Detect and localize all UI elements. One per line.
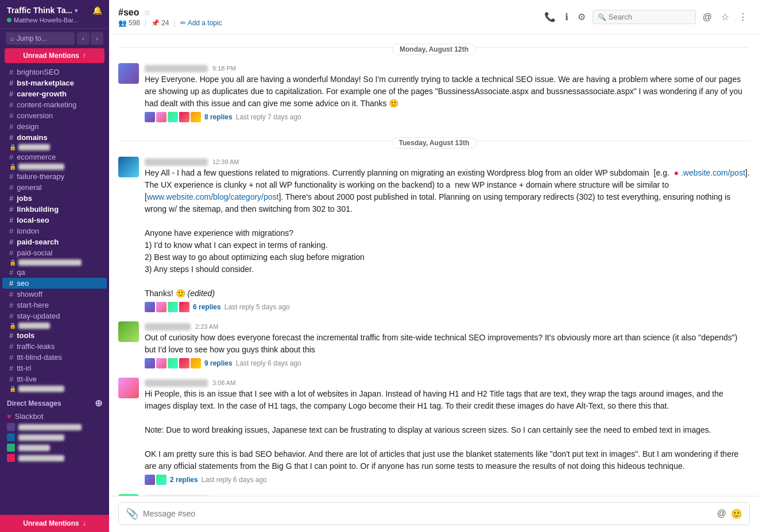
- sidebar-item-locked4[interactable]: 🔒: [2, 321, 107, 330]
- replies-last-1: Last reply 7 days ago: [236, 113, 301, 121]
- dm-item-1[interactable]: [7, 422, 102, 432]
- hash-icon: #: [9, 375, 13, 383]
- hash-icon: #: [9, 68, 13, 76]
- sidebar-channels: # brightonSEO # bst-marketplace # career…: [0, 67, 109, 515]
- replies-count-4[interactable]: 2 replies: [170, 476, 198, 484]
- workspace-chevron-icon: ▾: [75, 7, 78, 14]
- sidebar-item-linkbuilding[interactable]: # linkbuilding: [2, 204, 107, 215]
- star-header-button[interactable]: ☆: [719, 9, 731, 25]
- message-group-2: 12:38 AM Hey All - I had a few questions…: [118, 153, 750, 316]
- replies-count-2[interactable]: 6 replies: [193, 303, 221, 311]
- pin-icon: 📌: [151, 19, 160, 27]
- message-group-4: 3:08 AM Hi People, this is an issue that…: [118, 374, 750, 488]
- sidebar-item-design[interactable]: # design: [2, 121, 107, 132]
- dm-name-2: [18, 434, 64, 441]
- add-dm-button[interactable]: ⊕: [95, 398, 102, 409]
- unread-mentions-bottom-button[interactable]: Unread Mentions ↓: [0, 515, 109, 532]
- workspace-name-row: Traffic Think Ta... ▾ 🔔: [7, 6, 102, 15]
- dm-slackbot[interactable]: ♥ Slackbot: [7, 411, 102, 422]
- nav-back-button[interactable]: ‹: [77, 32, 90, 45]
- sidebar-item-general[interactable]: # general: [2, 182, 107, 193]
- sidebar-item-ttt-blind-dates[interactable]: # ttt-blind-dates: [2, 352, 107, 363]
- at-input-icon[interactable]: @: [717, 508, 726, 519]
- message-time-1: 9:18 PM: [212, 65, 236, 72]
- sidebar-item-local-seo[interactable]: # local-seo: [2, 215, 107, 226]
- sidebar-item-locked2[interactable]: 🔒: [2, 162, 107, 171]
- dm-item-3[interactable]: [7, 442, 102, 453]
- sidebar-item-ecommerce[interactable]: # ecommerce: [2, 152, 107, 162]
- reply-avatar: [156, 302, 166, 312]
- hash-icon: #: [9, 248, 13, 257]
- sidebar-item-failure-therapy[interactable]: # failure-therapy: [2, 171, 107, 182]
- sidebar-item-conversion[interactable]: # conversion: [2, 110, 107, 121]
- add-topic-button[interactable]: ✏ Add a topic: [180, 19, 222, 27]
- sidebar-item-locked5[interactable]: 🔒: [2, 385, 107, 393]
- emoji-input-icon[interactable]: 🙂: [731, 508, 742, 519]
- info-button[interactable]: ℹ: [563, 9, 571, 25]
- unread-mentions-top-button[interactable]: Unread Mentions ↑: [5, 48, 104, 63]
- sidebar-item-content-marketing[interactable]: # content-marketing: [2, 99, 107, 110]
- channel-star-icon[interactable]: ☆: [144, 8, 151, 17]
- dm-avatar-4: [7, 454, 15, 462]
- sidebar-item-start-here[interactable]: # start-here: [2, 300, 107, 310]
- channel-name-row: #seo ☆: [118, 7, 222, 18]
- blurred-channel-name: [18, 259, 82, 266]
- reply-avatar: [179, 302, 189, 312]
- jump-to-button[interactable]: ⌕ Jump to...: [6, 32, 75, 45]
- dm-avatar-1: [7, 423, 15, 431]
- dm-slackbot-label: Slackbot: [15, 412, 44, 421]
- sidebar-item-brightonSEO[interactable]: # brightonSEO: [2, 67, 107, 77]
- sidebar-item-london[interactable]: # london: [2, 226, 107, 236]
- blurred-channel-name: [18, 144, 50, 150]
- meta-separator: |: [145, 19, 146, 27]
- phone-button[interactable]: 📞: [542, 9, 558, 25]
- sidebar-item-jobs[interactable]: # jobs: [2, 193, 107, 204]
- at-button[interactable]: @: [700, 10, 714, 25]
- sidebar-item-stay-updated[interactable]: # stay-updated: [2, 310, 107, 321]
- message-header-2: 12:38 AM: [145, 157, 750, 166]
- dm-name-4: [18, 455, 64, 461]
- sidebar-item-ttt-irl[interactable]: # ttt-irl: [2, 363, 107, 374]
- nav-forward-button[interactable]: ›: [91, 32, 103, 45]
- sidebar-item-paid-search[interactable]: # paid-search: [2, 236, 107, 247]
- sidebar-item-ttt-live[interactable]: # ttt-live: [2, 374, 107, 385]
- avatar-4: [118, 378, 139, 398]
- bell-icon[interactable]: 🔔: [92, 6, 102, 15]
- sidebar-item-tools[interactable]: # tools: [2, 330, 107, 341]
- blurred-channel-name: [18, 386, 64, 392]
- unread-arrow-down-icon: ↓: [83, 519, 86, 527]
- workspace-name[interactable]: Traffic Think Ta... ▾: [7, 6, 78, 15]
- sidebar-item-paid-social[interactable]: # paid-social: [2, 247, 107, 258]
- hash-icon: #: [9, 100, 13, 109]
- sidebar-item-traffic-leaks[interactable]: # traffic-leaks: [2, 341, 107, 352]
- settings-button[interactable]: ⚙: [575, 9, 588, 25]
- replies-count-3[interactable]: 9 replies: [204, 359, 233, 367]
- hash-icon: #: [9, 331, 13, 340]
- hash-icon: #: [9, 216, 13, 224]
- attach-button[interactable]: 📎: [126, 507, 138, 520]
- search-input[interactable]: [609, 13, 691, 21]
- blurred-channel-name: [18, 164, 64, 170]
- sidebar-item-career-growth[interactable]: # career-growth: [2, 88, 107, 99]
- date-divider-tuesday: Tuesday, August 13th: [118, 128, 750, 153]
- meta-separator2: |: [174, 19, 176, 27]
- sidebar-item-showoff[interactable]: # showoff: [2, 289, 107, 300]
- dm-item-2[interactable]: [7, 432, 102, 442]
- message-input[interactable]: [143, 509, 712, 518]
- hash-icon: #: [9, 312, 13, 320]
- message-group-3: 2:23 AM Out of curiosity how does everyo…: [118, 318, 750, 372]
- message-header-3: 2:23 AM: [145, 321, 750, 331]
- message-username-4: [145, 378, 208, 387]
- sidebar-item-locked1[interactable]: 🔒: [2, 143, 107, 152]
- dm-item-4[interactable]: [7, 453, 102, 463]
- replies-count-1[interactable]: 8 replies: [204, 113, 233, 121]
- sidebar-item-domains[interactable]: # domains: [2, 132, 107, 143]
- messages-area: Monday, August 12th 9:18 PM Hey Everyone…: [109, 34, 759, 496]
- sidebar-item-locked3[interactable]: 🔒: [2, 258, 107, 267]
- sidebar-item-qa[interactable]: # qa: [2, 267, 107, 278]
- more-button[interactable]: ⋮: [736, 9, 750, 25]
- sidebar-item-seo[interactable]: # seo: [2, 278, 107, 289]
- sidebar-item-bst-marketplace[interactable]: # bst-marketplace: [2, 77, 107, 88]
- replies-bar-1: 8 replies Last reply 7 days ago: [145, 112, 750, 122]
- message-header-1: 9:18 PM: [145, 63, 750, 72]
